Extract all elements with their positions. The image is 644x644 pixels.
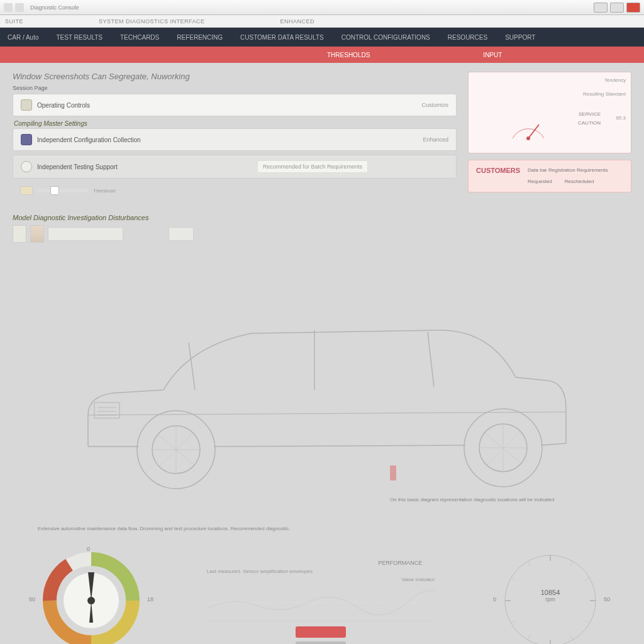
close-button[interactable] (626, 3, 640, 13)
page-title: Window Screenshots Can Segregate, Nuwork… (13, 72, 457, 81)
folder-icon (21, 99, 32, 111)
minimize-button[interactable] (594, 3, 608, 13)
card-testing-support[interactable]: Independent Testing Support Recommended … (13, 155, 457, 179)
section2-title: Model Diagnostic Investigation Disturban… (13, 214, 631, 221)
toolbar-label-b: SYSTEM DIAGNOSTICS INTERFACE (99, 18, 205, 25)
svg-line-25 (585, 621, 589, 623)
card-extra: Recommended for Batch Requirements (257, 160, 368, 173)
gauge-panel: Tendency Resulting Standard SERVICE CAUT… (468, 72, 631, 153)
thumb-bar[interactable] (48, 227, 123, 241)
svg-rect-14 (390, 465, 396, 480)
card-sub: Independent Configuration Collection (37, 136, 418, 143)
threshold-slider[interactable] (38, 189, 88, 192)
nav-item-results[interactable]: TEST RESULTS (56, 34, 103, 41)
thumb-2[interactable] (30, 225, 44, 243)
app-icon (4, 3, 13, 12)
svg-line-24 (585, 578, 589, 580)
svg-line-30 (528, 562, 530, 566)
gauge-label-result: Resulting Standard (583, 91, 626, 97)
dial-right: 50 (604, 596, 610, 602)
card-tag-2: Enhanced (423, 136, 448, 143)
gauge-label-service: SERVICE (579, 111, 601, 117)
thumb-bar-2[interactable] (169, 227, 194, 241)
card-heading: Compiling Master Settings (14, 120, 457, 127)
titlebar-text: Diagnostic Console (30, 4, 79, 11)
clock-icon (21, 161, 32, 172)
toolbar-label-a: SUITE (5, 18, 23, 25)
vehicle-diagram (50, 270, 597, 509)
subnav-thresholds[interactable]: THRESHOLDS (327, 52, 370, 58)
dial-value: 10854 (541, 589, 560, 596)
alert-line1: Data bar Registration Requirements (528, 167, 608, 174)
nav-item-support[interactable]: SUPPORT (505, 34, 535, 41)
subnav-input[interactable]: INPUT (483, 52, 502, 58)
alert-rescheduled: Rescheduled (565, 178, 594, 186)
alert-requested: Requested (528, 178, 552, 186)
main-nav: CAR / Auto TEST RESULTS TECHCARDS REFERE… (0, 28, 644, 47)
svg-point-17 (87, 597, 95, 604)
gauge-label-caution: CAUTION (578, 120, 601, 126)
gauge-label-tendency: Tendency (604, 77, 626, 83)
progress-gauge: 0 50 18 100 Percent (38, 547, 145, 644)
mini-gauge (506, 107, 550, 151)
svg-point-1 (526, 136, 530, 140)
card-title: Operating Controls (37, 102, 416, 109)
caption-flow: Extensive automotive maintenance data fl… (38, 526, 290, 531)
performance-chart (207, 584, 435, 621)
section-label: Session Page (13, 85, 457, 91)
alert-title: CUSTOMERS (476, 167, 520, 186)
svg-line-29 (511, 578, 516, 580)
svg-line-26 (570, 635, 573, 640)
thumb-1[interactable] (13, 225, 26, 243)
card-title-3: Independent Testing Support (37, 164, 252, 170)
toolbar: SUITE SYSTEM DIAGNOSTICS INTERFACE ENHAN… (0, 15, 644, 28)
nav-item-control[interactable]: CONTROL CONFIGURATIONS (341, 34, 430, 41)
nav-item-referencing[interactable]: REFERENCING (177, 34, 223, 41)
chart-title: PERFORMANCE (207, 560, 435, 566)
gauge-value: 85.3 (616, 115, 626, 121)
status-pill-gray[interactable] (296, 641, 346, 644)
status-pill-red[interactable] (296, 626, 346, 638)
app-icon-2 (15, 3, 24, 12)
shield-icon (21, 134, 32, 145)
sub-nav: THRESHOLDS INPUT (0, 47, 644, 63)
slider-icon (20, 186, 33, 195)
card-compiling[interactable]: Independent Configuration Collection Enh… (13, 128, 457, 151)
maximize-button[interactable] (610, 3, 624, 13)
toolbar-label-c: ENHANCED (280, 18, 315, 25)
chart-label: Last measured. Sensor amplification enve… (207, 569, 435, 574)
window-titlebar: Diagnostic Console (0, 0, 644, 15)
caption-diagram: On this basic diagram representation dia… (390, 497, 554, 502)
dial-left: 0 (493, 596, 496, 602)
gauge-left: 50 (29, 596, 35, 602)
nav-item-techcards[interactable]: TECHCARDS (120, 34, 159, 41)
nav-item-resources[interactable]: RESOURCES (448, 34, 487, 41)
tachometer-dial: 10854 rpm 0 50 Revolutions Tachometer (497, 547, 604, 644)
svg-line-28 (511, 621, 516, 623)
card-tag: Customize (421, 102, 448, 108)
svg-line-27 (528, 635, 530, 640)
content-area: Window Screenshots Can Segregate, Nuwork… (0, 63, 644, 644)
gauge-right: 18 (147, 596, 153, 602)
dial-unit: rpm (541, 596, 560, 602)
card-operating-controls[interactable]: Operating Controls Customize (13, 94, 457, 116)
nav-item-customer[interactable]: CUSTOMER DATA RESULTS (240, 34, 324, 41)
svg-line-23 (570, 562, 573, 566)
chart-side: Value Indicator (207, 577, 435, 582)
gauge-top: 0 (87, 546, 90, 552)
nav-item-car[interactable]: CAR / Auto (8, 34, 38, 41)
slider-label: Threshold (93, 188, 116, 194)
alert-panel: CUSTOMERS Data bar Registration Requirem… (468, 160, 631, 192)
